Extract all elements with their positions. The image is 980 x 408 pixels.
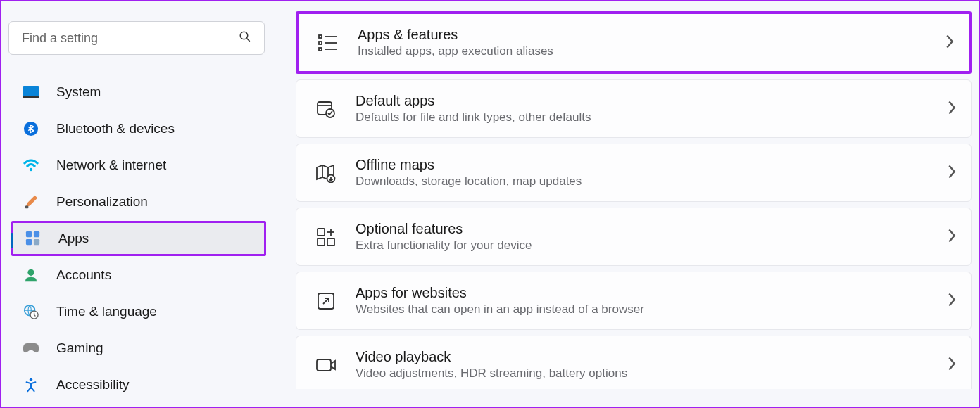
nav-label: Accounts bbox=[56, 267, 111, 283]
card-title: Video playback bbox=[356, 349, 947, 365]
card-apps-websites[interactable]: Apps for websites Websites that can open… bbox=[296, 272, 972, 330]
card-apps-features[interactable]: Apps & features Installed apps, app exec… bbox=[296, 11, 972, 74]
card-title: Offline maps bbox=[356, 157, 947, 173]
card-text: Default apps Defaults for file and link … bbox=[356, 93, 947, 125]
svg-rect-26 bbox=[318, 229, 325, 236]
nav-label: Time & language bbox=[56, 304, 157, 319]
search-icon bbox=[239, 30, 251, 46]
nav-label: Accessibility bbox=[56, 377, 129, 393]
main-content: Apps & features Installed apps, app exec… bbox=[276, 1, 979, 407]
chevron-right-icon bbox=[947, 228, 957, 246]
card-default-apps[interactable]: Default apps Defaults for file and link … bbox=[296, 79, 972, 138]
svg-point-5 bbox=[30, 168, 32, 171]
chevron-right-icon bbox=[945, 34, 955, 52]
accessibility-icon bbox=[21, 375, 41, 395]
svg-rect-6 bbox=[25, 206, 29, 209]
nav-personalization[interactable]: Personalization bbox=[11, 184, 266, 219]
svg-rect-28 bbox=[327, 238, 334, 246]
nav-label: System bbox=[56, 84, 101, 100]
apps-icon bbox=[23, 229, 43, 248]
card-optional-features[interactable]: Optional features Extra functionality fo… bbox=[296, 208, 972, 266]
card-subtitle: Defaults for file and link types, other … bbox=[356, 110, 947, 125]
system-icon bbox=[21, 82, 41, 102]
card-offline-maps[interactable]: Offline maps Downloads, storage location… bbox=[296, 144, 972, 202]
svg-rect-8 bbox=[34, 231, 39, 237]
nav-accessibility[interactable]: Accessibility bbox=[11, 367, 266, 402]
gamepad-icon bbox=[21, 338, 41, 358]
svg-rect-9 bbox=[26, 239, 32, 245]
chevron-right-icon bbox=[947, 356, 957, 374]
open-link-icon bbox=[312, 287, 340, 315]
svg-rect-16 bbox=[319, 42, 322, 44]
card-text: Apps & features Installed apps, app exec… bbox=[358, 27, 945, 58]
nav-system[interactable]: System bbox=[11, 75, 266, 110]
chevron-right-icon bbox=[947, 292, 957, 310]
nav-time[interactable]: Time & language bbox=[11, 294, 266, 329]
grid-plus-icon bbox=[312, 223, 340, 251]
sidebar: System Bluetooth & devices Network & int… bbox=[1, 1, 276, 407]
bluetooth-icon bbox=[21, 119, 41, 139]
nav-gaming[interactable]: Gaming bbox=[11, 331, 266, 366]
svg-rect-3 bbox=[23, 96, 39, 98]
brush-icon bbox=[21, 192, 41, 212]
card-text: Optional features Extra functionality fo… bbox=[356, 221, 947, 253]
card-title: Default apps bbox=[356, 93, 947, 109]
svg-rect-10 bbox=[34, 239, 39, 245]
nav-network[interactable]: Network & internet bbox=[11, 148, 266, 183]
card-subtitle: Extra functionality for your device bbox=[356, 238, 947, 253]
list-icon bbox=[314, 29, 342, 57]
nav-bluetooth[interactable]: Bluetooth & devices bbox=[11, 111, 266, 146]
chevron-right-icon bbox=[947, 164, 957, 182]
card-subtitle: Installed apps, app execution aliases bbox=[358, 44, 945, 58]
nav-label: Apps bbox=[58, 231, 89, 246]
svg-rect-2 bbox=[23, 86, 39, 97]
svg-rect-27 bbox=[318, 238, 325, 246]
svg-rect-7 bbox=[26, 231, 32, 237]
card-title: Apps for websites bbox=[356, 285, 947, 301]
nav-label: Gaming bbox=[56, 340, 103, 356]
nav-list: System Bluetooth & devices Network & int… bbox=[8, 75, 269, 402]
card-subtitle: Websites that can open in an app instead… bbox=[356, 302, 947, 317]
svg-point-11 bbox=[27, 269, 34, 276]
wifi-icon bbox=[21, 155, 41, 175]
card-subtitle: Downloads, storage location, map updates bbox=[356, 174, 947, 189]
nav-label: Bluetooth & devices bbox=[56, 121, 175, 136]
chevron-right-icon bbox=[947, 100, 957, 118]
nav-accounts[interactable]: Accounts bbox=[11, 257, 266, 293]
nav-label: Personalization bbox=[56, 194, 148, 210]
card-title: Apps & features bbox=[358, 27, 945, 43]
svg-point-0 bbox=[240, 32, 248, 39]
svg-point-14 bbox=[30, 378, 33, 381]
card-subtitle: Video adjustments, HDR streaming, batter… bbox=[356, 366, 947, 381]
svg-line-1 bbox=[247, 39, 250, 42]
svg-rect-17 bbox=[319, 48, 322, 51]
card-video-playback[interactable]: Video playback Video adjustments, HDR st… bbox=[296, 336, 972, 389]
globe-clock-icon bbox=[21, 302, 41, 321]
person-icon bbox=[21, 265, 41, 285]
shield-check-icon bbox=[312, 95, 340, 123]
card-title: Optional features bbox=[356, 221, 947, 237]
video-icon bbox=[312, 351, 340, 379]
svg-rect-32 bbox=[317, 359, 331, 371]
search-box[interactable] bbox=[8, 21, 265, 55]
svg-rect-15 bbox=[319, 35, 322, 38]
search-input[interactable] bbox=[22, 31, 239, 46]
map-download-icon bbox=[312, 159, 340, 187]
nav-label: Network & internet bbox=[56, 158, 166, 173]
nav-apps[interactable]: Apps bbox=[11, 221, 266, 256]
card-text: Offline maps Downloads, storage location… bbox=[356, 157, 947, 189]
card-text: Video playback Video adjustments, HDR st… bbox=[356, 349, 947, 381]
card-text: Apps for websites Websites that can open… bbox=[356, 285, 947, 317]
